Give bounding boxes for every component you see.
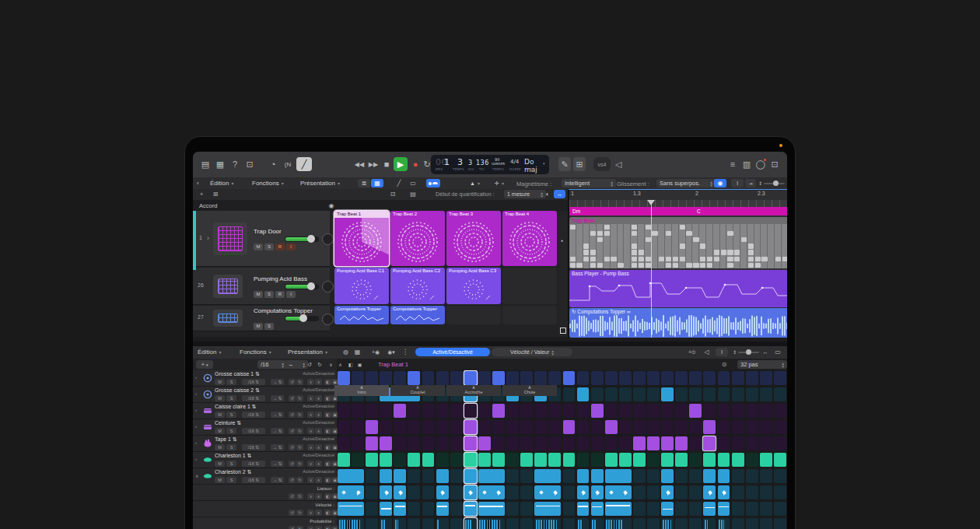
step-cell[interactable] [563, 387, 576, 401]
step-cell[interactable] [450, 518, 463, 529]
alert-speaker-icon[interactable]: ◁ [613, 157, 624, 171]
rotate-right-icon[interactable]: ↻ [296, 493, 303, 499]
copy-icon[interactable]: ◧ [324, 526, 331, 529]
step-cell[interactable] [534, 453, 547, 467]
loop-cell[interactable]: Computations Topper [390, 306, 445, 324]
step-cell[interactable] [563, 518, 576, 529]
track-i-button[interactable]: I [286, 243, 296, 250]
up-icon[interactable]: ∧ [315, 428, 322, 434]
step-cell[interactable] [338, 469, 364, 483]
step-cell[interactable] [548, 453, 561, 467]
copy-steps-icon[interactable]: ◧ [346, 360, 355, 369]
step-cell[interactable] [563, 485, 576, 499]
default-rate-select[interactable]: /16▴▾ [257, 360, 287, 369]
pencil-tool-icon[interactable]: ╱ [394, 179, 404, 187]
step-cell[interactable] [394, 420, 406, 434]
playhead-handle[interactable] [647, 200, 655, 209]
step-cell[interactable] [591, 453, 604, 467]
preview-speaker-icon[interactable]: ◁ [702, 348, 712, 356]
step-cell[interactable] [605, 404, 618, 418]
rotate-right-icon[interactable]: ↻ [296, 395, 303, 401]
scene-trigger[interactable]: ∧Chute [502, 385, 557, 396]
step-cell[interactable] [436, 502, 449, 516]
up-icon[interactable]: ∧ [315, 379, 322, 385]
volume-slider[interactable] [285, 236, 319, 242]
step-cell[interactable] [366, 485, 378, 499]
step-cell[interactable] [478, 436, 491, 450]
copy-icon[interactable]: ◧ [324, 428, 331, 434]
step-cell[interactable] [534, 469, 561, 483]
row-m-button[interactable]: M [215, 379, 225, 385]
step-cell[interactable] [605, 502, 632, 516]
step-cell[interactable] [689, 453, 702, 467]
loop-browser-icon[interactable]: ◯ [755, 157, 766, 171]
row-disclosure-chevron[interactable]: › [195, 424, 197, 429]
step-cell[interactable] [380, 420, 392, 434]
up-icon[interactable]: ∧ [315, 412, 322, 418]
step-cell[interactable] [577, 387, 590, 401]
step-cell[interactable] [422, 518, 435, 529]
step-row-header[interactable]: ›Charleston 1 ⇅Activé/DésactivéMS/16 ⇅→ … [193, 452, 337, 468]
copy-icon[interactable]: ◧ [324, 412, 331, 418]
zoom-out-icon[interactable]: +⊙ [686, 348, 698, 356]
step-cell[interactable] [718, 502, 730, 516]
step-cell[interactable] [577, 518, 590, 529]
subrow-header[interactable]: Vélocité :↺↻∨∧◧▣ [193, 501, 337, 517]
step-cell[interactable] [746, 404, 758, 418]
step-cell[interactable] [436, 518, 449, 529]
step-cell[interactable] [774, 436, 786, 450]
step-cell[interactable] [464, 420, 477, 434]
step-cell[interactable] [591, 518, 604, 529]
step-cell[interactable] [506, 371, 519, 385]
step-cell[interactable] [506, 453, 519, 467]
step-cell[interactable] [675, 485, 688, 499]
step-cell[interactable] [394, 469, 406, 483]
step-cell[interactable] [366, 453, 378, 467]
step-cell[interactable] [689, 436, 702, 450]
step-cell[interactable] [352, 371, 364, 385]
step-cell[interactable] [703, 387, 716, 401]
track-r-button[interactable]: R [275, 291, 285, 298]
step-row-header[interactable]: ›Caisse claire 1 ⇅Activé/DésactivéMS/16 … [193, 403, 337, 419]
row-rate-select[interactable]: /16 ⇅ [242, 395, 265, 401]
step-cell[interactable] [746, 502, 758, 516]
step-cell[interactable] [633, 485, 646, 499]
step-cell[interactable] [774, 502, 786, 516]
step-cell[interactable] [366, 518, 378, 529]
octave-down-icon[interactable]: ∨ [327, 360, 335, 369]
ss-menu-presentation[interactable]: Présentation▾ [288, 346, 327, 358]
step-cell[interactable] [422, 469, 435, 483]
step-cell[interactable] [492, 453, 505, 467]
step-cell[interactable] [661, 518, 674, 529]
step-cell[interactable] [408, 502, 420, 516]
step-cell[interactable] [436, 404, 449, 418]
step-cell[interactable] [563, 436, 576, 450]
step-cell[interactable] [760, 485, 772, 499]
stop-button[interactable]: ■ [382, 157, 391, 171]
chord-track-power-icon[interactable]: ◉ [327, 201, 336, 210]
step-cell[interactable] [703, 485, 716, 499]
row-disclosure-chevron[interactable]: › [195, 440, 197, 445]
step-cell[interactable] [661, 420, 674, 434]
step-cell[interactable] [703, 469, 716, 483]
grid-options-icon[interactable]: ▤ [408, 190, 418, 198]
step-cell[interactable] [689, 371, 702, 385]
step-cell[interactable] [633, 453, 646, 467]
pattern-length-select[interactable]: 32 pas▴▾ [737, 360, 787, 369]
step-cell[interactable] [703, 502, 716, 516]
step-cell[interactable] [520, 469, 533, 483]
step-cell[interactable] [380, 371, 392, 385]
inspector-icon[interactable]: ▦ [214, 157, 226, 171]
step-cell[interactable] [450, 453, 463, 467]
step-cell[interactable] [647, 502, 660, 516]
scene-trigger[interactable]: ∧Intro [334, 385, 389, 396]
step-cell[interactable] [450, 404, 463, 418]
copy-icon[interactable]: ◧ [324, 510, 331, 516]
step-cell[interactable] [591, 485, 604, 499]
cell-edit-icon[interactable]: ⊡ [387, 190, 398, 198]
step-cell[interactable] [436, 453, 449, 467]
step-cell[interactable] [380, 453, 392, 467]
loop-cell[interactable]: Pumping Acid Bass C3 [446, 268, 501, 304]
step-cell[interactable] [689, 502, 702, 516]
step-cell[interactable] [464, 404, 477, 418]
